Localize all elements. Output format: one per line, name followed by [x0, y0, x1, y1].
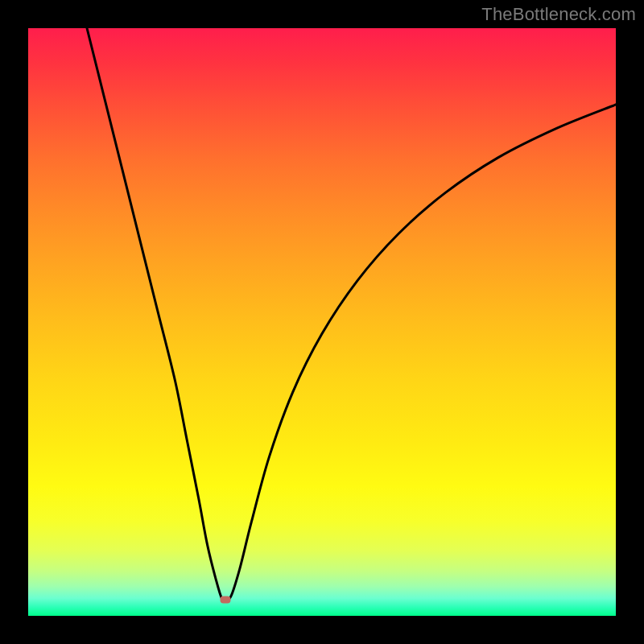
chart-frame: TheBottleneck.com — [0, 0, 644, 644]
plot-area — [28, 28, 616, 616]
bottleneck-curve — [87, 28, 616, 601]
optimal-point-marker — [220, 596, 230, 603]
curve-svg — [28, 28, 616, 616]
watermark-text: TheBottleneck.com — [481, 4, 636, 25]
